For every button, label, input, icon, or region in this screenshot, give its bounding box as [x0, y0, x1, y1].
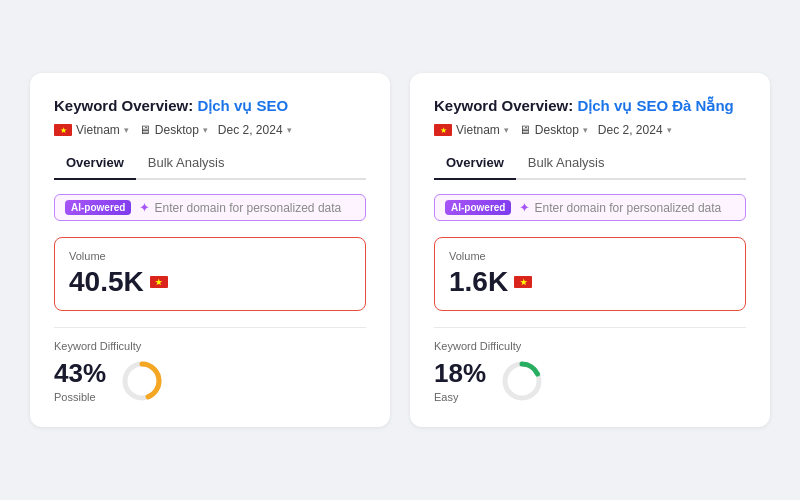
date-label-1: Dec 2, 2024 — [218, 123, 283, 137]
device-selector-2[interactable]: 🖥 Desktop ▾ — [519, 123, 588, 137]
kd-status-2: Easy — [434, 391, 486, 403]
tabs-2: Overview Bulk Analysis — [434, 149, 746, 180]
card-header-1: Keyword Overview: Dịch vụ SEO — [54, 97, 366, 115]
kd-value-block-1: 43% Possible — [54, 358, 106, 403]
date-selector-2[interactable]: Dec 2, 2024 ▾ — [598, 123, 672, 137]
kd-donut-1 — [120, 359, 164, 403]
ai-badge-2: AI-powered — [445, 200, 511, 215]
kd-donut-2 — [500, 359, 544, 403]
ai-bar-1[interactable]: AI-powered ✦ Enter domain for personaliz… — [54, 194, 366, 221]
vn-flag-icon-2 — [434, 124, 452, 136]
device-label-2: Desktop — [535, 123, 579, 137]
device-selector-1[interactable]: 🖥 Desktop ▾ — [139, 123, 208, 137]
ai-placeholder-text-1: Enter domain for personalized data — [154, 201, 341, 215]
country-selector-2[interactable]: Vietnam ▾ — [434, 123, 509, 137]
sparkle-icon-2: ✦ — [519, 200, 530, 215]
device-chevron-2: ▾ — [583, 125, 588, 135]
date-chevron-2: ▾ — [667, 125, 672, 135]
kd-value-2: 18% — [434, 358, 486, 389]
kd-label-1: Keyword Difficulty — [54, 340, 366, 352]
volume-label-1: Volume — [69, 250, 351, 262]
date-chevron-1: ▾ — [287, 125, 292, 135]
volume-value-2: 1.6K — [449, 266, 731, 298]
vn-flag-volume-1 — [150, 276, 168, 288]
ai-input-1[interactable]: ✦ Enter domain for personalized data — [139, 200, 355, 215]
date-selector-1[interactable]: Dec 2, 2024 ▾ — [218, 123, 292, 137]
country-label-2: Vietnam — [456, 123, 500, 137]
tab-overview-1[interactable]: Overview — [54, 149, 136, 178]
tabs-1: Overview Bulk Analysis — [54, 149, 366, 180]
tab-bulk-2[interactable]: Bulk Analysis — [516, 149, 617, 178]
kd-label-2: Keyword Difficulty — [434, 340, 746, 352]
meta-row-2: Vietnam ▾ 🖥 Desktop ▾ Dec 2, 2024 ▾ — [434, 123, 746, 137]
vn-flag-icon-1 — [54, 124, 72, 136]
country-chevron-1: ▾ — [124, 125, 129, 135]
title-keyword-1: Dịch vụ SEO — [197, 97, 288, 114]
volume-card-1: Volume 40.5K — [54, 237, 366, 311]
date-label-2: Dec 2, 2024 — [598, 123, 663, 137]
vn-flag-volume-2 — [514, 276, 532, 288]
keyword-card-2: Keyword Overview: Dịch vụ SEO Đà Nẵng Vi… — [410, 73, 770, 427]
meta-row-1: Vietnam ▾ 🖥 Desktop ▾ Dec 2, 2024 ▾ — [54, 123, 366, 137]
main-container: Keyword Overview: Dịch vụ SEO Vietnam ▾ … — [0, 43, 800, 457]
kd-section-2: Keyword Difficulty 18% Easy — [434, 340, 746, 403]
country-chevron-2: ▾ — [504, 125, 509, 135]
ai-bar-2[interactable]: AI-powered ✦ Enter domain for personaliz… — [434, 194, 746, 221]
desktop-icon-2: 🖥 — [519, 123, 531, 137]
card-header-2: Keyword Overview: Dịch vụ SEO Đà Nẵng — [434, 97, 746, 115]
kd-status-1: Possible — [54, 391, 106, 403]
ai-badge-1: AI-powered — [65, 200, 131, 215]
kd-section-1: Keyword Difficulty 43% Possible — [54, 340, 366, 403]
volume-value-1: 40.5K — [69, 266, 351, 298]
kd-row-1: 43% Possible — [54, 358, 366, 403]
title-prefix-2: Keyword Overview: — [434, 97, 573, 114]
kd-value-block-2: 18% Easy — [434, 358, 486, 403]
title-keyword-2: Dịch vụ SEO Đà Nẵng — [577, 97, 733, 114]
country-label-1: Vietnam — [76, 123, 120, 137]
title-prefix-1: Keyword Overview: — [54, 97, 193, 114]
ai-input-2[interactable]: ✦ Enter domain for personalized data — [519, 200, 735, 215]
divider-1 — [54, 327, 366, 328]
desktop-icon-1: 🖥 — [139, 123, 151, 137]
country-selector-1[interactable]: Vietnam ▾ — [54, 123, 129, 137]
ai-placeholder-text-2: Enter domain for personalized data — [534, 201, 721, 215]
tab-bulk-1[interactable]: Bulk Analysis — [136, 149, 237, 178]
volume-card-2: Volume 1.6K — [434, 237, 746, 311]
keyword-card-1: Keyword Overview: Dịch vụ SEO Vietnam ▾ … — [30, 73, 390, 427]
card-title-1: Keyword Overview: Dịch vụ SEO — [54, 97, 366, 115]
volume-label-2: Volume — [449, 250, 731, 262]
card-title-2: Keyword Overview: Dịch vụ SEO Đà Nẵng — [434, 97, 746, 115]
device-label-1: Desktop — [155, 123, 199, 137]
sparkle-icon-1: ✦ — [139, 200, 150, 215]
kd-row-2: 18% Easy — [434, 358, 746, 403]
divider-2 — [434, 327, 746, 328]
kd-value-1: 43% — [54, 358, 106, 389]
tab-overview-2[interactable]: Overview — [434, 149, 516, 178]
device-chevron-1: ▾ — [203, 125, 208, 135]
